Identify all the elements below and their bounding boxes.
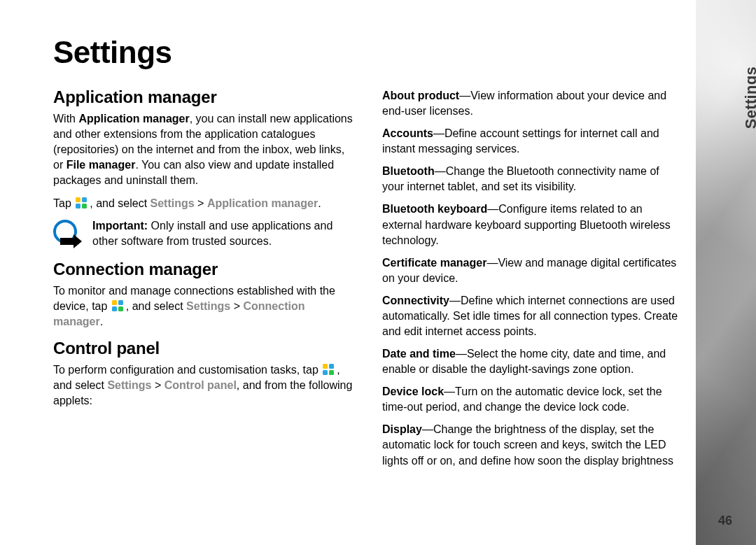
text: , and select xyxy=(90,197,150,209)
apps-grid-icon xyxy=(112,300,125,311)
term-application-manager: Application manager xyxy=(78,113,189,125)
app-mgr-steps: Tap , and select Settings > Application … xyxy=(53,196,354,211)
content-area: Settings Application manager With Applic… xyxy=(53,35,683,511)
text: . xyxy=(318,197,321,209)
applet-desc: —Change the brightness of the display, s… xyxy=(382,423,673,466)
column-right: About product—View information about you… xyxy=(382,85,683,476)
important-label: Important: xyxy=(92,220,148,232)
important-note: Important: Only install and use applicat… xyxy=(53,218,354,249)
applet-name: Bluetooth keyboard xyxy=(382,203,487,215)
apps-grid-icon xyxy=(76,197,88,208)
nav-separator: > xyxy=(230,300,243,312)
applet-name: Certificate manager xyxy=(382,257,486,269)
side-strip: Settings 46 xyxy=(696,0,756,545)
applet-name: Bluetooth xyxy=(382,165,435,177)
text: . xyxy=(100,316,103,327)
applet-name: Display xyxy=(382,423,422,435)
side-chapter-label: Settings xyxy=(742,66,756,129)
page-number: 46 xyxy=(718,514,732,528)
page-title: Settings xyxy=(53,35,683,70)
applet-device-lock: Device lock—Turn on the automatic device… xyxy=(382,384,683,415)
manual-page: Settings 46 Settings Application manager… xyxy=(0,0,756,545)
nav-settings: Settings xyxy=(150,197,195,209)
column-left: Application manager With Application man… xyxy=(53,85,354,476)
nav-settings: Settings xyxy=(107,379,151,391)
nav-separator: > xyxy=(152,379,164,391)
nav-application-manager: Application manager xyxy=(207,197,318,209)
heading-connection-manager: Connection manager xyxy=(53,257,354,281)
text: , and select xyxy=(126,300,186,312)
applet-connectivity: Connectivity—Define which internet conne… xyxy=(382,293,683,339)
nav-separator: > xyxy=(195,197,207,209)
conn-mgr-steps: To monitor and manage connections establ… xyxy=(53,283,354,330)
applet-display: Display—Change the brightness of the dis… xyxy=(382,422,683,468)
applet-name: Device lock xyxy=(382,385,444,397)
applet-name: Date and time xyxy=(382,348,456,360)
apps-grid-icon xyxy=(323,364,335,375)
term-file-manager: File manager xyxy=(66,159,136,171)
text: With xyxy=(53,113,78,125)
app-mgr-intro: With Application manager, you can instal… xyxy=(53,111,354,188)
applet-name: Accounts xyxy=(382,127,433,139)
text: To perform configuration and customisati… xyxy=(53,364,321,376)
heading-control-panel: Control panel xyxy=(53,337,354,360)
applet-certificate-manager: Certificate manager—View and manage digi… xyxy=(382,255,683,286)
applet-name: Connectivity xyxy=(382,295,449,306)
nav-control-panel: Control panel xyxy=(164,379,237,391)
text: Tap xyxy=(53,197,74,209)
applet-bluetooth-keyboard: Bluetooth keyboard—Configure items relat… xyxy=(382,201,683,248)
applet-about-product: About product—View information about you… xyxy=(382,88,683,119)
applet-name: About product xyxy=(382,90,459,101)
important-icon xyxy=(53,220,83,249)
nav-settings: Settings xyxy=(186,300,230,312)
applet-accounts: Accounts—Define account settings for int… xyxy=(382,126,683,157)
two-column-layout: Application manager With Application man… xyxy=(53,85,683,476)
applet-bluetooth: Bluetooth—Change the Bluetooth connectiv… xyxy=(382,164,683,194)
applet-date-and-time: Date and time—Select the home city, date… xyxy=(382,346,683,377)
heading-application-manager: Application manager xyxy=(53,85,354,108)
important-text: Important: Only install and use applicat… xyxy=(92,218,354,249)
ctrl-panel-steps: To perform configuration and customisati… xyxy=(53,362,354,409)
